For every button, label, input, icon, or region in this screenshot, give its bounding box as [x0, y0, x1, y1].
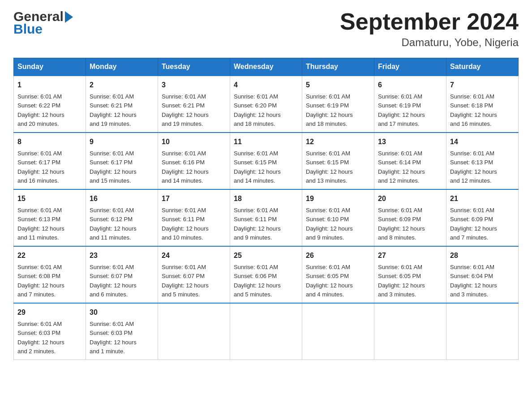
calendar-cell: 14 Sunrise: 6:01 AMSunset: 6:13 PMDaylig…	[446, 133, 519, 189]
day-info: Sunrise: 6:01 AMSunset: 6:04 PMDaylight:…	[450, 264, 497, 298]
calendar-cell: 24 Sunrise: 6:01 AMSunset: 6:07 PMDaylig…	[158, 246, 230, 303]
col-thursday: Thursday	[302, 58, 374, 76]
day-info: Sunrise: 6:01 AMSunset: 6:21 PMDaylight:…	[162, 93, 209, 127]
calendar-week-row: 22 Sunrise: 6:01 AMSunset: 6:08 PMDaylig…	[14, 246, 519, 303]
calendar-cell: 10 Sunrise: 6:01 AMSunset: 6:16 PMDaylig…	[158, 133, 230, 189]
day-number: 28	[450, 250, 515, 261]
calendar-header-row: Sunday Monday Tuesday Wednesday Thursday…	[14, 58, 519, 76]
calendar-cell: 11 Sunrise: 6:01 AMSunset: 6:15 PMDaylig…	[230, 133, 302, 189]
day-number: 5	[306, 80, 370, 90]
col-friday: Friday	[374, 58, 446, 76]
day-number: 24	[162, 250, 226, 261]
calendar-cell: 9 Sunrise: 6:01 AMSunset: 6:17 PMDayligh…	[86, 133, 158, 189]
calendar-week-row: 29 Sunrise: 6:01 AMSunset: 6:03 PMDaylig…	[14, 303, 519, 360]
day-info: Sunrise: 6:01 AMSunset: 6:03 PMDaylight:…	[90, 321, 137, 355]
day-number: 15	[17, 193, 82, 204]
day-number: 7	[450, 80, 515, 90]
day-number: 10	[162, 137, 226, 147]
calendar-cell: 30 Sunrise: 6:01 AMSunset: 6:03 PMDaylig…	[86, 303, 158, 360]
day-info: Sunrise: 6:01 AMSunset: 6:19 PMDaylight:…	[378, 93, 425, 127]
calendar-cell: 12 Sunrise: 6:01 AMSunset: 6:15 PMDaylig…	[302, 133, 374, 189]
day-info: Sunrise: 6:01 AMSunset: 6:03 PMDaylight:…	[17, 321, 64, 355]
calendar-cell: 26 Sunrise: 6:01 AMSunset: 6:05 PMDaylig…	[302, 246, 374, 303]
day-number: 4	[234, 80, 298, 90]
calendar-cell: 6 Sunrise: 6:01 AMSunset: 6:19 PMDayligh…	[374, 76, 446, 133]
day-number: 14	[450, 137, 515, 147]
day-number: 30	[90, 307, 154, 318]
day-info: Sunrise: 6:01 AMSunset: 6:11 PMDaylight:…	[162, 207, 209, 241]
calendar-cell: 22 Sunrise: 6:01 AMSunset: 6:08 PMDaylig…	[14, 246, 86, 303]
calendar-week-row: 8 Sunrise: 6:01 AMSunset: 6:17 PMDayligh…	[14, 133, 519, 189]
day-info: Sunrise: 6:01 AMSunset: 6:22 PMDaylight:…	[17, 93, 64, 127]
day-number: 18	[234, 193, 298, 204]
day-info: Sunrise: 6:01 AMSunset: 6:13 PMDaylight:…	[450, 150, 497, 184]
day-info: Sunrise: 6:01 AMSunset: 6:21 PMDaylight:…	[90, 93, 137, 127]
calendar-cell: 18 Sunrise: 6:01 AMSunset: 6:11 PMDaylig…	[230, 189, 302, 246]
day-number: 3	[162, 80, 226, 90]
day-number: 9	[90, 137, 154, 147]
calendar-cell: 25 Sunrise: 6:01 AMSunset: 6:06 PMDaylig…	[230, 246, 302, 303]
day-info: Sunrise: 6:01 AMSunset: 6:19 PMDaylight:…	[306, 93, 353, 127]
col-tuesday: Tuesday	[158, 58, 230, 76]
day-number: 19	[306, 193, 370, 204]
day-number: 21	[450, 193, 515, 204]
calendar-cell: 17 Sunrise: 6:01 AMSunset: 6:11 PMDaylig…	[158, 189, 230, 246]
day-number: 17	[162, 193, 226, 204]
col-wednesday: Wednesday	[230, 58, 302, 76]
day-info: Sunrise: 6:01 AMSunset: 6:15 PMDaylight:…	[306, 150, 353, 184]
day-info: Sunrise: 6:01 AMSunset: 6:17 PMDaylight:…	[90, 150, 137, 184]
day-number: 11	[234, 137, 298, 147]
day-info: Sunrise: 6:01 AMSunset: 6:05 PMDaylight:…	[378, 264, 425, 298]
day-info: Sunrise: 6:01 AMSunset: 6:20 PMDaylight:…	[234, 93, 281, 127]
calendar-cell: 1 Sunrise: 6:01 AMSunset: 6:22 PMDayligh…	[14, 76, 86, 133]
day-number: 25	[234, 250, 298, 261]
calendar-cell	[302, 303, 374, 360]
day-info: Sunrise: 6:01 AMSunset: 6:09 PMDaylight:…	[378, 207, 425, 241]
calendar-cell: 28 Sunrise: 6:01 AMSunset: 6:04 PMDaylig…	[446, 246, 519, 303]
calendar-cell	[446, 303, 519, 360]
day-info: Sunrise: 6:01 AMSunset: 6:07 PMDaylight:…	[162, 264, 209, 298]
day-number: 6	[378, 80, 442, 90]
calendar-cell	[158, 303, 230, 360]
day-info: Sunrise: 6:01 AMSunset: 6:17 PMDaylight:…	[17, 150, 64, 184]
logo-line2: Blue	[13, 21, 73, 37]
calendar-cell: 4 Sunrise: 6:01 AMSunset: 6:20 PMDayligh…	[230, 76, 302, 133]
calendar-cell: 19 Sunrise: 6:01 AMSunset: 6:10 PMDaylig…	[302, 189, 374, 246]
calendar-cell: 7 Sunrise: 6:01 AMSunset: 6:18 PMDayligh…	[446, 76, 519, 133]
day-number: 13	[378, 137, 442, 147]
calendar-cell	[230, 303, 302, 360]
calendar-cell: 3 Sunrise: 6:01 AMSunset: 6:21 PMDayligh…	[158, 76, 230, 133]
day-number: 26	[306, 250, 370, 261]
calendar-cell	[374, 303, 446, 360]
calendar-cell: 15 Sunrise: 6:01 AMSunset: 6:13 PMDaylig…	[14, 189, 86, 246]
day-info: Sunrise: 6:01 AMSunset: 6:14 PMDaylight:…	[378, 150, 425, 184]
day-info: Sunrise: 6:01 AMSunset: 6:15 PMDaylight:…	[234, 150, 281, 184]
day-number: 23	[90, 250, 154, 261]
day-number: 16	[90, 193, 154, 204]
calendar-cell: 29 Sunrise: 6:01 AMSunset: 6:03 PMDaylig…	[14, 303, 86, 360]
day-number: 20	[378, 193, 442, 204]
calendar-cell: 23 Sunrise: 6:01 AMSunset: 6:07 PMDaylig…	[86, 246, 158, 303]
day-info: Sunrise: 6:01 AMSunset: 6:05 PMDaylight:…	[306, 264, 353, 298]
logo-blue-text: Blue	[13, 21, 43, 36]
logo: General Blue	[13, 9, 73, 37]
col-monday: Monday	[86, 58, 158, 76]
day-info: Sunrise: 6:01 AMSunset: 6:07 PMDaylight:…	[90, 264, 137, 298]
day-info: Sunrise: 6:01 AMSunset: 6:18 PMDaylight:…	[450, 93, 497, 127]
day-info: Sunrise: 6:01 AMSunset: 6:13 PMDaylight:…	[17, 207, 64, 241]
day-number: 29	[17, 307, 82, 318]
day-number: 12	[306, 137, 370, 147]
calendar-cell: 8 Sunrise: 6:01 AMSunset: 6:17 PMDayligh…	[14, 133, 86, 189]
calendar-cell: 13 Sunrise: 6:01 AMSunset: 6:14 PMDaylig…	[374, 133, 446, 189]
day-info: Sunrise: 6:01 AMSunset: 6:11 PMDaylight:…	[234, 207, 281, 241]
day-info: Sunrise: 6:01 AMSunset: 6:12 PMDaylight:…	[90, 207, 137, 241]
calendar-week-row: 1 Sunrise: 6:01 AMSunset: 6:22 PMDayligh…	[14, 76, 519, 133]
calendar-cell: 20 Sunrise: 6:01 AMSunset: 6:09 PMDaylig…	[374, 189, 446, 246]
page-header: General Blue September 2024 Damaturu, Yo…	[13, 9, 519, 49]
day-info: Sunrise: 6:01 AMSunset: 6:10 PMDaylight:…	[306, 207, 353, 241]
day-info: Sunrise: 6:01 AMSunset: 6:16 PMDaylight:…	[162, 150, 209, 184]
calendar-cell: 27 Sunrise: 6:01 AMSunset: 6:05 PMDaylig…	[374, 246, 446, 303]
calendar-week-row: 15 Sunrise: 6:01 AMSunset: 6:13 PMDaylig…	[14, 189, 519, 246]
calendar-cell: 2 Sunrise: 6:01 AMSunset: 6:21 PMDayligh…	[86, 76, 158, 133]
day-number: 27	[378, 250, 442, 261]
